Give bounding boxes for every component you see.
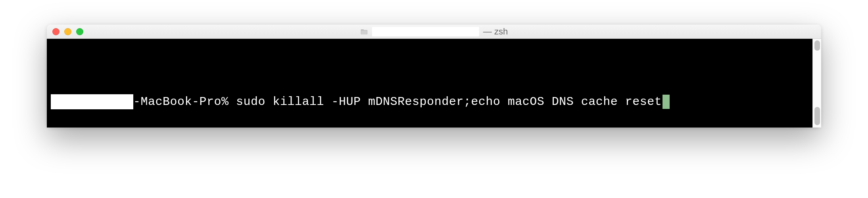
close-button[interactable] xyxy=(52,28,60,35)
title-process-label: — zsh xyxy=(483,27,508,37)
scrollbar-thumb-bottom[interactable] xyxy=(814,107,820,125)
terminal-output[interactable]: -MacBook-Pro% sudo killall -HUP mDNSResp… xyxy=(47,39,821,128)
scrollbar-thumb-top[interactable] xyxy=(814,40,820,51)
terminal-command-text: sudo killall -HUP mDNSResponder;echo mac… xyxy=(236,95,662,109)
prompt-user-redacted xyxy=(51,94,133,109)
window-titlebar[interactable]: — zsh xyxy=(47,25,821,39)
minimize-button[interactable] xyxy=(64,28,71,35)
traffic-lights xyxy=(47,28,83,35)
title-redacted-segment xyxy=(372,27,479,36)
folder-icon xyxy=(360,28,368,36)
terminal-window: — zsh -MacBook-Pro% sudo killall -HUP mD… xyxy=(47,25,821,128)
vertical-scrollbar[interactable] xyxy=(812,39,821,128)
zoom-button[interactable] xyxy=(76,28,83,35)
terminal-prompt-line: -MacBook-Pro% sudo killall -HUP mDNSResp… xyxy=(51,94,670,109)
terminal-cursor xyxy=(663,95,670,109)
window-title: — zsh xyxy=(360,27,508,37)
prompt-host: -MacBook-Pro% xyxy=(133,95,236,109)
